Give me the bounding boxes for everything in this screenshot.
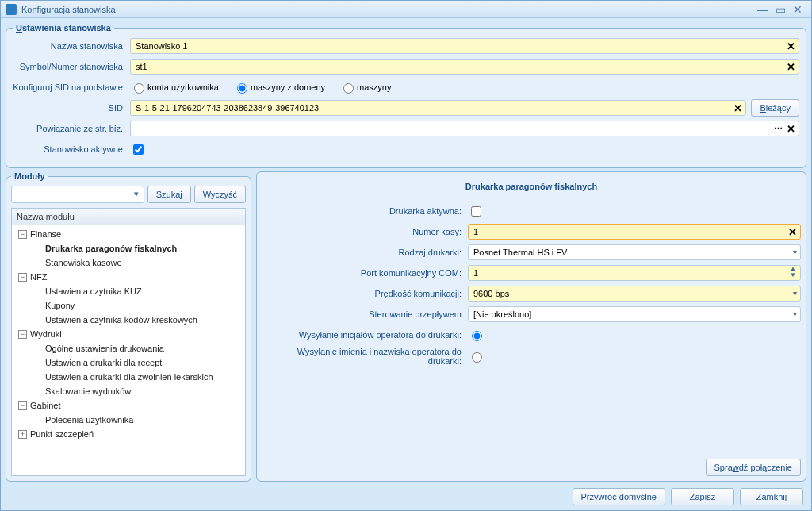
tree-node-nfz[interactable]: −NFZ xyxy=(12,270,245,284)
module-tree[interactable]: −Finanse Drukarka paragonów fiskalnych S… xyxy=(11,225,246,476)
clear-icon[interactable]: ✕ xyxy=(787,61,795,73)
tree-node-polecenia[interactable]: Polecenia użytkownika xyxy=(12,413,245,427)
szukaj-button[interactable]: Szukaj xyxy=(147,186,191,203)
tree-node-kody[interactable]: Ustawienia czytnika kodów kreskowych xyxy=(12,313,245,327)
expand-icon[interactable]: + xyxy=(18,430,27,439)
input-symbol[interactable]: st1 ✕ xyxy=(130,59,799,75)
chevron-down-icon[interactable]: ▾ xyxy=(793,289,797,298)
label-port: Port komunikacyjny COM: xyxy=(262,268,468,278)
maximize-button[interactable]: ▭ xyxy=(772,3,789,16)
tree-header: Nazwa modułu xyxy=(11,208,246,225)
label-powiaz: Powiązanie ze str. biz.: xyxy=(13,124,130,133)
tree-node-wydruki[interactable]: −Wydruki xyxy=(12,327,245,341)
tree-node-szczepien[interactable]: +Punkt szczepień xyxy=(12,427,245,441)
label-nazwa: Nazwa stanowiska: xyxy=(13,41,130,51)
select-sterowanie[interactable]: [Nie określono]▾ xyxy=(468,306,801,322)
input-numer[interactable]: 1✕ xyxy=(468,224,801,240)
app-icon xyxy=(6,4,17,15)
label-sid: SID: xyxy=(13,103,130,113)
window-title: Konfiguracja stanowiska xyxy=(21,5,754,14)
radio-inicjaly[interactable] xyxy=(472,331,482,341)
minimize-button[interactable]: — xyxy=(754,3,772,16)
sprawdz-button[interactable]: Sprawdź połączenie xyxy=(706,459,801,476)
label-predkosc: Prędkość komunikacji: xyxy=(262,289,468,298)
printer-panel: Drukarka paragonów fiskalnych Drukarka a… xyxy=(256,171,806,482)
collapse-icon[interactable]: − xyxy=(18,402,27,410)
chevron-down-icon[interactable]: ▾ xyxy=(793,248,797,256)
tree-node-skalowanie[interactable]: Skalowanie wydruków xyxy=(12,384,245,398)
chevron-down-icon[interactable]: ▾ xyxy=(793,309,797,318)
collapse-icon[interactable]: − xyxy=(18,230,27,239)
zapisz-button[interactable]: Zapisz xyxy=(671,488,734,505)
input-powiaz[interactable]: ⋯ ✕ xyxy=(130,121,799,136)
tree-node-kupony[interactable]: Kupony xyxy=(12,298,245,313)
tree-node-ogolne[interactable]: Ogólne ustawienia drukowania xyxy=(12,341,245,355)
collapse-icon[interactable]: − xyxy=(18,273,27,282)
footer-bar: Przywróć domyślne Zapisz Zamknij xyxy=(6,485,806,505)
spinner-port[interactable]: 1▲▼ xyxy=(468,265,801,281)
label-konfig: Konfiguruj SID na podstawie: xyxy=(13,83,130,92)
radio-maszyny-domeny[interactable]: maszyny z domeny xyxy=(233,81,325,94)
spinner-icon[interactable]: ▲▼ xyxy=(788,267,798,279)
panel-title: Drukarka paragonów fiskalnych xyxy=(262,177,801,202)
tree-node-kasowe[interactable]: Stanowiska kasowe xyxy=(12,256,245,270)
checkbox-aktywna[interactable] xyxy=(471,206,481,217)
clear-icon[interactable]: ✕ xyxy=(733,102,742,114)
radio-konta[interactable]: konta użytkownika xyxy=(130,81,219,94)
settings-group: Ustawienia stanowiska Nazwa stanowiska: … xyxy=(6,23,806,168)
zamknij-button[interactable]: Zamknij xyxy=(740,488,803,505)
tree-node-recept[interactable]: Ustawienia drukarki dla recept xyxy=(12,355,245,370)
clear-icon[interactable]: ✕ xyxy=(787,123,795,135)
label-aktywne: Stanowisko aktywne: xyxy=(13,144,130,154)
input-sid[interactable]: S-1-5-21-1796204743-2038623849-396740123… xyxy=(130,100,746,116)
ellipsis-icon[interactable]: ⋯ xyxy=(774,124,783,134)
radio-maszyny[interactable]: maszyny xyxy=(339,81,391,94)
collapse-icon[interactable]: − xyxy=(18,330,27,339)
select-predkosc[interactable]: 9600 bps▾ xyxy=(468,286,801,302)
label-rodzaj: Rodzaj drukarki: xyxy=(262,248,468,257)
titlebar: Konfiguracja stanowiska — ▭ ✕ xyxy=(1,1,811,18)
label-aktywna: Drukarka aktywna: xyxy=(262,206,468,216)
label-sterowanie: Sterowanie przepływem xyxy=(262,309,468,319)
modules-legend: Moduły xyxy=(11,171,48,181)
label-numer: Numer kasy: xyxy=(262,227,468,236)
tree-node-gabinet[interactable]: −Gabinet xyxy=(12,398,245,413)
wyczysc-button[interactable]: Wyczyść xyxy=(194,186,246,203)
settings-legend: Ustawienia stanowiska xyxy=(13,23,114,33)
input-nazwa[interactable]: Stanowisko 1 ✕ xyxy=(130,38,799,54)
clear-icon[interactable]: ✕ xyxy=(787,40,795,52)
checkbox-aktywne[interactable] xyxy=(133,144,144,155)
config-window: Konfiguracja stanowiska — ▭ ✕ Ustawienia… xyxy=(0,0,812,511)
tree-node-finanse[interactable]: −Finanse xyxy=(12,227,245,241)
label-inicjaly: Wysyłanie inicjałów operatora do drukark… xyxy=(262,330,468,340)
tree-node-kuz[interactable]: Ustawienia czytnika KUZ xyxy=(12,284,245,298)
tree-node-zwolnien[interactable]: Ustawienia drukarki dla zwolnień lekarsk… xyxy=(12,370,245,384)
tree-node-drukarka[interactable]: Drukarka paragonów fiskalnych xyxy=(12,241,245,256)
przywroc-button[interactable]: Przywróć domyślne xyxy=(573,488,665,505)
select-rodzaj[interactable]: Posnet Thermal HS i FV▾ xyxy=(468,244,801,260)
module-search-combo[interactable] xyxy=(11,186,144,203)
content-area: Ustawienia stanowiska Nazwa stanowiska: … xyxy=(1,18,811,510)
modules-group: Moduły Szukaj Wyczyść Nazwa modułu −Fina… xyxy=(6,171,251,482)
close-button[interactable]: ✕ xyxy=(789,3,806,16)
label-imienia: Wysyłanie imienia i nazwiska operatora d… xyxy=(262,347,468,366)
biezacy-button[interactable]: Bieżący xyxy=(751,99,799,117)
label-symbol: Symbol/Numer stanowiska: xyxy=(13,62,130,71)
clear-icon[interactable]: ✕ xyxy=(788,226,797,238)
radio-imienia[interactable] xyxy=(472,352,482,363)
